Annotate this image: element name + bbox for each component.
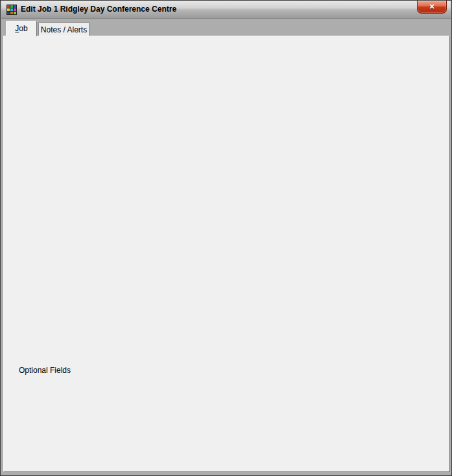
window-title: Edit Job 1 Ridgley Day Conference Centre [21, 5, 176, 14]
tab-notes-alerts[interactable]: Notes / Alerts [38, 22, 89, 36]
close-button[interactable]: ✕ [417, 1, 447, 14]
app-icon [6, 5, 17, 15]
optional-fields-title: Optional Fields [17, 366, 73, 375]
close-icon: ✕ [429, 3, 434, 10]
tab-job[interactable]: Job [6, 21, 37, 36]
edit-job-dialog: Edit Job 1 Ridgley Day Conference Centre… [0, 0, 452, 476]
title-bar[interactable]: Edit Job 1 Ridgley Day Conference Centre… [1, 1, 451, 19]
job-tab-page [3, 36, 450, 472]
